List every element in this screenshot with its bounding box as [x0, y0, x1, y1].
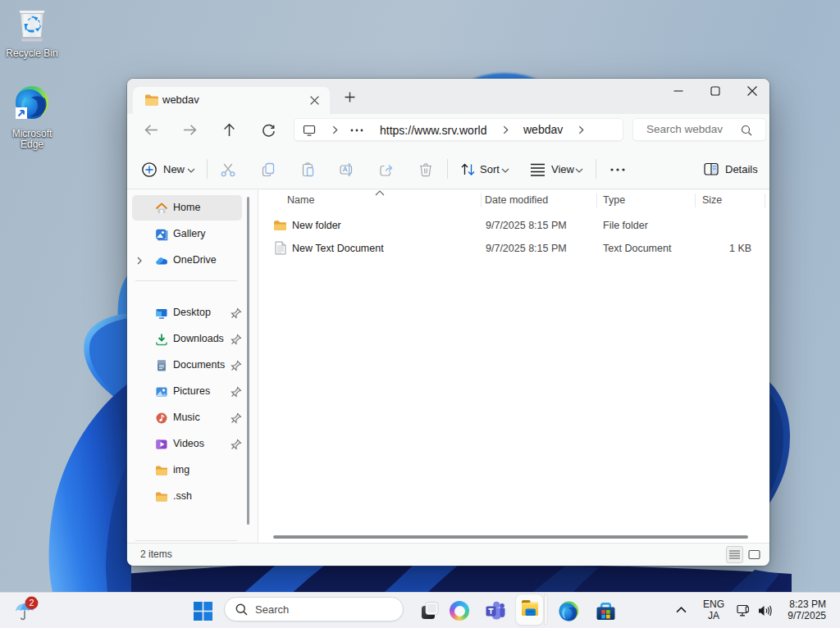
svg-text:2: 2 [29, 598, 34, 608]
